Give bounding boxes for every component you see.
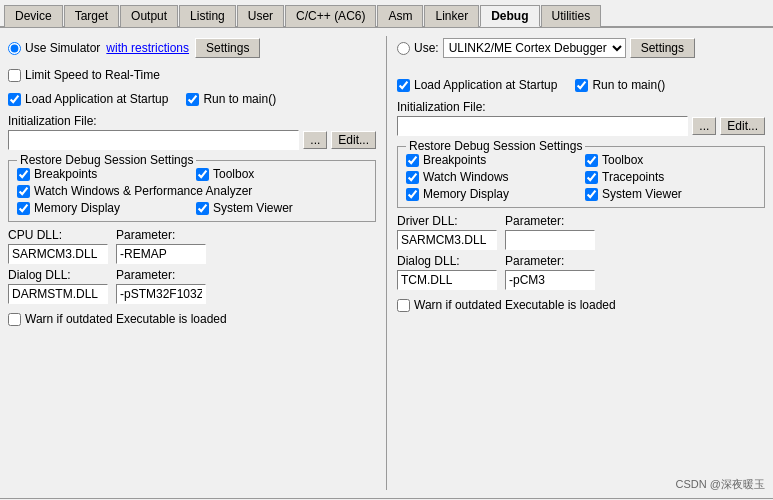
left-breakpoints-checkbox[interactable] [17, 168, 30, 181]
right-settings-button[interactable]: Settings [630, 38, 695, 58]
right-dialog-param-label: Parameter: [505, 254, 595, 268]
left-toolbox-text: Toolbox [213, 167, 254, 181]
left-toolbox-label[interactable]: Toolbox [196, 167, 367, 181]
tab-user[interactable]: User [237, 5, 284, 27]
right-breakpoints-text: Breakpoints [423, 153, 486, 167]
tab-utilities[interactable]: Utilities [541, 5, 602, 27]
right-watch-checkbox[interactable] [406, 171, 419, 184]
right-run-main-checkbox[interactable] [575, 79, 588, 92]
left-toolbox-checkbox[interactable] [196, 168, 209, 181]
right-panel: Use: ULINK2/ME Cortex Debugger Settings … [397, 36, 765, 490]
tab-debug[interactable]: Debug [480, 5, 539, 27]
right-warn-row: Warn if outdated Executable is loaded [397, 296, 765, 314]
right-dialog-dll-input[interactable] [397, 270, 497, 290]
right-init-section: Initialization File: ... Edit... [397, 100, 765, 136]
left-dialog-param-label: Parameter: [116, 268, 206, 282]
right-breakpoints-label[interactable]: Breakpoints [406, 153, 577, 167]
left-init-file-input[interactable] [8, 130, 299, 150]
left-sysview-text: System Viewer [213, 201, 293, 215]
limit-speed-check-label[interactable]: Limit Speed to Real-Time [8, 68, 160, 82]
left-warn-row: Warn if outdated Executable is loaded [8, 310, 376, 328]
left-breakpoints-text: Breakpoints [34, 167, 97, 181]
use-simulator-radio[interactable] [8, 42, 21, 55]
left-memory-checkbox[interactable] [17, 202, 30, 215]
right-driver-dll-label: Driver DLL: [397, 214, 497, 228]
left-restore-checkboxes: Breakpoints Toolbox Watch Windows & Perf… [17, 167, 367, 215]
right-toolbox-label[interactable]: Toolbox [585, 153, 756, 167]
right-restore-checkboxes: Breakpoints Toolbox Watch Windows Tracep… [406, 153, 756, 201]
left-cpu-param-col: Parameter: [116, 228, 206, 264]
left-load-app-label[interactable]: Load Application at Startup [8, 92, 168, 106]
right-driver-param-input[interactable] [505, 230, 595, 250]
tab-listing[interactable]: Listing [179, 5, 236, 27]
right-dialog-param-col: Parameter: [505, 254, 595, 290]
left-dialog-param-input[interactable] [116, 284, 206, 304]
right-toolbox-checkbox[interactable] [585, 154, 598, 167]
left-warn-label[interactable]: Warn if outdated Executable is loaded [8, 312, 227, 326]
right-driver-dll-col: Driver DLL: [397, 214, 497, 250]
right-warn-label[interactable]: Warn if outdated Executable is loaded [397, 298, 616, 312]
right-sysview-checkbox[interactable] [585, 188, 598, 201]
left-warn-text: Warn if outdated Executable is loaded [25, 312, 227, 326]
right-restore-title: Restore Debug Session Settings [406, 139, 585, 153]
left-browse-button[interactable]: ... [303, 131, 327, 149]
right-browse-button[interactable]: ... [692, 117, 716, 135]
right-tracepoints-label[interactable]: Tracepoints [585, 170, 756, 184]
left-memory-label[interactable]: Memory Display [17, 201, 188, 215]
left-dialog-dll-col: Dialog DLL: [8, 268, 108, 304]
right-warn-checkbox[interactable] [397, 299, 410, 312]
left-restore-group: Restore Debug Session Settings Breakpoin… [8, 160, 376, 222]
with-restrictions-link[interactable]: with restrictions [106, 41, 189, 55]
right-memory-label[interactable]: Memory Display [406, 187, 577, 201]
left-dialog-dll-row: Dialog DLL: Parameter: [8, 268, 376, 304]
right-init-file-input[interactable] [397, 116, 688, 136]
right-run-main-text: Run to main() [592, 78, 665, 92]
left-restore-title: Restore Debug Session Settings [17, 153, 196, 167]
left-warn-checkbox[interactable] [8, 313, 21, 326]
left-cpu-param-input[interactable] [116, 244, 206, 264]
right-sysview-label[interactable]: System Viewer [585, 187, 756, 201]
left-load-app-checkbox[interactable] [8, 93, 21, 106]
right-use-radio[interactable] [397, 42, 410, 55]
left-sysview-label[interactable]: System Viewer [196, 201, 367, 215]
tab-cpp[interactable]: C/C++ (AC6) [285, 5, 376, 27]
left-cpu-dll-input[interactable] [8, 244, 108, 264]
main-content: Use Simulator with restrictions Settings… [0, 28, 773, 498]
right-memory-checkbox[interactable] [406, 188, 419, 201]
left-cpu-dll-row: CPU DLL: Parameter: [8, 228, 376, 264]
left-run-main-label[interactable]: Run to main() [186, 92, 276, 106]
limit-speed-checkbox[interactable] [8, 69, 21, 82]
tab-asm[interactable]: Asm [377, 5, 423, 27]
right-run-main-label[interactable]: Run to main() [575, 78, 665, 92]
tab-linker[interactable]: Linker [424, 5, 479, 27]
tab-target[interactable]: Target [64, 5, 119, 27]
right-load-app-label[interactable]: Load Application at Startup [397, 78, 557, 92]
right-dialog-param-input[interactable] [505, 270, 595, 290]
left-breakpoints-label[interactable]: Breakpoints [17, 167, 188, 181]
right-load-app-checkbox[interactable] [397, 79, 410, 92]
right-dialog-dll-row: Dialog DLL: Parameter: [397, 254, 765, 290]
left-dialog-dll-input[interactable] [8, 284, 108, 304]
right-debugger-select[interactable]: ULINK2/ME Cortex Debugger [443, 38, 626, 58]
left-dialog-param-col: Parameter: [116, 268, 206, 304]
left-edit-button[interactable]: Edit... [331, 131, 376, 149]
right-tracepoints-checkbox[interactable] [585, 171, 598, 184]
tab-output[interactable]: Output [120, 5, 178, 27]
left-sysview-checkbox[interactable] [196, 202, 209, 215]
left-settings-button[interactable]: Settings [195, 38, 260, 58]
left-cpu-dll-label: CPU DLL: [8, 228, 108, 242]
right-edit-button[interactable]: Edit... [720, 117, 765, 135]
right-breakpoints-checkbox[interactable] [406, 154, 419, 167]
right-watch-label[interactable]: Watch Windows [406, 170, 577, 184]
right-spacer [397, 66, 765, 70]
left-watch-checkbox[interactable] [17, 185, 30, 198]
left-watch-label[interactable]: Watch Windows & Performance Analyzer [17, 184, 367, 198]
use-simulator-radio-label[interactable]: Use Simulator [8, 41, 100, 55]
left-run-main-checkbox[interactable] [186, 93, 199, 106]
right-driver-param-col: Parameter: [505, 214, 595, 250]
tab-device[interactable]: Device [4, 5, 63, 27]
right-use-radio-label[interactable]: Use: [397, 41, 439, 55]
right-load-row: Load Application at Startup Run to main(… [397, 76, 765, 94]
right-driver-dll-input[interactable] [397, 230, 497, 250]
right-dialog-dll-label: Dialog DLL: [397, 254, 497, 268]
